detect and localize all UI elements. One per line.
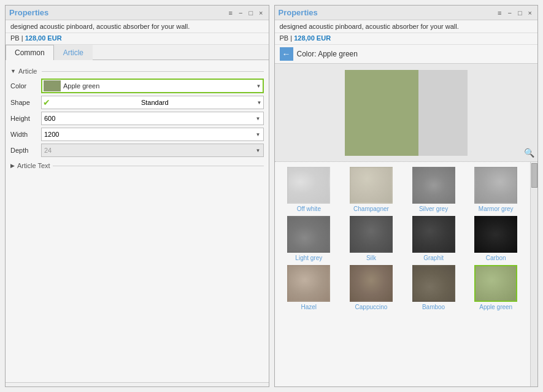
left-close-btn[interactable]: ×	[257, 9, 264, 17]
right-panel-desc: designed acoustic pinboard, acoustic abs…	[275, 20, 538, 33]
section-article-header: ▼ Article	[10, 67, 264, 75]
back-button[interactable]: ←	[280, 47, 293, 61]
right-price-value: 128,00 EUR	[294, 34, 331, 42]
right-panel-title: Properties	[279, 8, 318, 17]
left-maximize-btn[interactable]: □	[247, 9, 255, 17]
color-name-light-grey: Light grey	[295, 255, 322, 261]
left-panel-content: ▼ Article Color Apple green ▼ Shape	[6, 60, 269, 382]
color-item-bamboo[interactable]: Bamboo	[404, 265, 463, 310]
color-name-graphit: Graphit	[423, 255, 444, 261]
left-price-value: 128,00 EUR	[25, 34, 62, 42]
color-control[interactable]: Apple green ▼	[41, 79, 264, 93]
preview-right-panel	[418, 70, 468, 156]
shape-check-icon: ✔	[43, 98, 50, 107]
width-dropdown-arrow-icon: ▼	[256, 132, 261, 137]
color-thumb-marmor-grey	[474, 167, 517, 204]
color-item-silk[interactable]: Silk	[342, 216, 401, 261]
right-maximize-btn[interactable]: □	[516, 9, 524, 17]
color-swatch	[44, 80, 61, 91]
color-item-cappuccino[interactable]: Cappuccino	[342, 265, 401, 310]
height-field-row: Height 600 ▼	[10, 112, 264, 125]
color-select-inner[interactable]: Apple green ▼	[63, 82, 261, 90]
color-thumb-cappuccino	[350, 265, 393, 302]
color-grid: Off whiteChampagnerSilver greyMarmor gre…	[275, 162, 531, 386]
width-control[interactable]: 1200 ▼	[41, 128, 264, 141]
color-item-light-grey[interactable]: Light grey	[280, 216, 339, 261]
section-arrow-icon: ▼	[10, 68, 16, 74]
left-title-bar: Properties ≡ − □ ×	[6, 6, 269, 20]
width-label: Width	[10, 131, 41, 138]
left-menu-btn[interactable]: ≡	[227, 9, 234, 17]
depth-select: 24 ▼	[41, 144, 264, 157]
height-dropdown-arrow-icon: ▼	[256, 116, 261, 121]
article-text-arrow-icon: ▶	[10, 163, 15, 169]
right-panel-price: PB | 128,00 EUR	[275, 33, 538, 45]
color-select-wrapper[interactable]: Apple green ▼	[41, 79, 264, 93]
tab-article[interactable]: Article	[54, 45, 93, 60]
article-text-section[interactable]: ▶ Article Text	[10, 162, 264, 169]
right-close-btn[interactable]: ×	[526, 9, 534, 17]
shape-dropdown-arrow-icon: ▼	[257, 100, 262, 106]
left-panel: Properties ≡ − □ × designed acoustic pin…	[5, 5, 269, 387]
right-minimize-btn[interactable]: −	[506, 9, 513, 17]
width-select[interactable]: 1200 ▼	[41, 128, 264, 141]
color-header-title: Color: Apple green	[297, 50, 358, 58]
color-item-silver-grey[interactable]: Silver grey	[404, 167, 463, 212]
color-thumb-light-grey	[287, 216, 330, 253]
article-text-label: Article Text	[17, 162, 50, 169]
color-preview-image	[345, 70, 468, 156]
color-item-hazel[interactable]: Hazel	[280, 265, 339, 310]
depth-field-row: Depth 24 ▼	[10, 144, 264, 157]
color-thumb-bamboo	[412, 265, 455, 302]
tab-common[interactable]: Common	[6, 45, 54, 60]
color-thumb-carbon	[474, 216, 517, 253]
scrollbar-track[interactable]	[530, 162, 537, 386]
left-panel-title: Properties	[9, 8, 48, 17]
right-title-bar: Properties ≡ − □ ×	[275, 6, 538, 20]
color-name-champagner: Champagner	[353, 206, 389, 212]
depth-label: Depth	[10, 147, 41, 154]
left-tabs-bar: Common Article	[6, 45, 269, 60]
color-name-bamboo: Bamboo	[422, 304, 445, 310]
shape-value: Standard	[141, 99, 169, 106]
color-item-off-white[interactable]: Off white	[280, 167, 339, 212]
color-grid-container: Off whiteChampagnerSilver greyMarmor gre…	[275, 162, 538, 386]
color-item-apple-green[interactable]: Apple green	[466, 265, 525, 310]
color-item-carbon[interactable]: Carbon	[466, 216, 525, 261]
color-thumb-champagner	[350, 167, 393, 204]
color-name-carbon: Carbon	[486, 255, 506, 261]
height-label: Height	[10, 115, 41, 122]
left-panel-price: PB | 128,00 EUR	[6, 33, 269, 45]
right-menu-btn[interactable]: ≡	[496, 9, 503, 17]
color-name-off-white: Off white	[297, 206, 321, 212]
height-control[interactable]: 600 ▼	[41, 112, 264, 125]
color-thumb-apple-green	[474, 265, 517, 302]
right-price-label: PB |	[280, 34, 295, 42]
color-preview-area: 🔍	[275, 64, 538, 162]
shape-label: Shape	[10, 99, 41, 106]
depth-value: 24	[44, 147, 52, 154]
color-dropdown-arrow-icon: ▼	[256, 83, 261, 89]
left-minimize-btn[interactable]: −	[237, 9, 244, 17]
color-item-champagner[interactable]: Champagner	[342, 167, 401, 212]
height-value: 600	[44, 115, 55, 122]
shape-control[interactable]: ✔ Standard ▼	[41, 96, 264, 109]
shape-select[interactable]: ✔ Standard ▼	[41, 96, 264, 109]
color-thumb-hazel	[287, 265, 330, 302]
color-name-silver-grey: Silver grey	[419, 206, 448, 212]
color-item-marmor-grey[interactable]: Marmor grey	[466, 167, 525, 212]
color-name-apple-green: Apple green	[479, 304, 512, 310]
color-thumb-graphit	[412, 216, 455, 253]
color-value: Apple green	[63, 82, 99, 90]
scrollbar-thumb[interactable]	[531, 163, 537, 188]
depth-dropdown-arrow-icon: ▼	[256, 148, 261, 153]
color-item-graphit[interactable]: Graphit	[404, 216, 463, 261]
left-price-label: PB |	[10, 34, 25, 42]
section-article-label: Article	[18, 67, 37, 75]
search-icon[interactable]: 🔍	[524, 148, 535, 159]
color-header-bar: ← Color: Apple green	[275, 45, 538, 64]
width-value: 1200	[44, 131, 59, 138]
height-select[interactable]: 600 ▼	[41, 112, 264, 125]
color-name-cappuccino: Cappuccino	[355, 304, 388, 310]
color-name-marmor-grey: Marmor grey	[479, 206, 514, 212]
